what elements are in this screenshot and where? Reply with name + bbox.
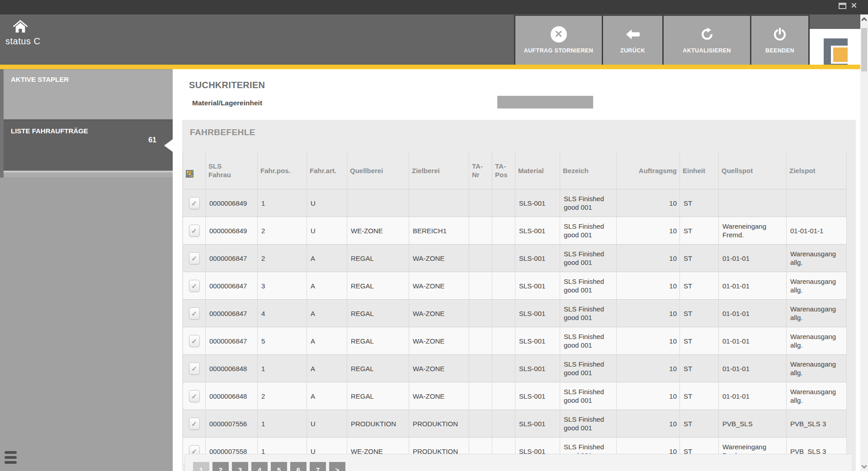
hamburger-menu-icon[interactable] — [5, 451, 17, 466]
cell-fahr-art: U — [307, 217, 347, 245]
cell-auftragsmg: 10 — [617, 327, 680, 355]
table-row[interactable]: ✓00000068492UWE-ZONEBEREICH1SLS-001SLS F… — [183, 217, 847, 245]
column-header-einheit[interactable]: Einheit — [680, 152, 719, 189]
sidebar-item-label: LISTE FAHRAUFTRÄGE — [11, 127, 173, 135]
cell-auftragsmg: 10 — [617, 382, 680, 410]
column-header-fahr-art[interactable]: Fahr.art. — [307, 152, 347, 189]
table-row[interactable]: ✓00000068472AREGALWA-ZONESLS-001SLS Fini… — [183, 245, 847, 272]
exit-button[interactable]: BEENDEN — [751, 16, 808, 65]
grid-icon — [186, 171, 193, 179]
cell-ta-pos — [492, 355, 515, 382]
refresh-button[interactable]: AKTUALISIEREN — [664, 16, 750, 65]
sidebar-item-liste-fahrauftraege[interactable]: LISTE FAHRAUFTRÄGE 61 — [4, 121, 173, 170]
column-header-ta-nr[interactable]: TA- Nr — [469, 152, 492, 189]
active-item-notch — [164, 139, 173, 152]
table-row[interactable]: ✓00000068473AREGALWA-ZONESLS-001SLS Fini… — [183, 272, 847, 300]
row-checkbox[interactable]: ✓ — [189, 252, 200, 264]
app-header: status C ✕ AUFTRAG STORNIEREN ZURÜCK AKT… — [0, 14, 868, 65]
column-header-auftragsmg[interactable]: Auftragsmg — [617, 152, 680, 189]
cell-material: SLS-001 — [515, 300, 560, 327]
row-checkbox[interactable]: ✓ — [189, 307, 200, 320]
column-header-zielberei[interactable]: Zielberei — [409, 152, 469, 189]
scroll-down-icon[interactable] — [861, 463, 867, 469]
cell-quellberei: REGAL — [347, 272, 409, 300]
table-body: ✓00000068491USLS-001SLS Finished good 00… — [183, 189, 847, 465]
page-button-7[interactable]: 7 — [310, 462, 326, 471]
cell-bezeich: SLS Finished good 001 — [560, 189, 617, 217]
page-button-1[interactable]: 1 — [193, 462, 209, 471]
cell-bezeich: SLS Finished good 001 — [560, 355, 617, 382]
back-button[interactable]: ZURÜCK — [603, 16, 662, 65]
row-checkbox[interactable]: ✓ — [189, 335, 200, 347]
cell-zielspot — [787, 189, 847, 217]
cell-quellberei: REGAL — [347, 245, 409, 272]
cell-ta-pos — [492, 327, 515, 355]
cell-bezeich: SLS Finished good 001 — [560, 300, 617, 327]
cell-material: SLS-001 — [515, 272, 560, 300]
column-header-zielspot[interactable]: Zielspot — [787, 152, 847, 189]
row-checkbox[interactable]: ✓ — [189, 280, 200, 292]
cell-zielspot: PVB_SLS 3 — [787, 410, 847, 438]
row-select-cell: ✓ — [183, 382, 206, 410]
page-button-6[interactable]: 6 — [290, 462, 307, 471]
count-badge: 61 — [11, 136, 173, 144]
cell-fahr-art: U — [307, 410, 347, 438]
column-header-fahr-pos[interactable]: Fahr.pos. — [258, 152, 307, 189]
cell-quellberei: WE-ZONE — [347, 217, 409, 245]
row-checkbox[interactable]: ✓ — [189, 225, 200, 237]
arrow-left-icon — [626, 25, 640, 44]
cell-material: SLS-001 — [515, 382, 560, 410]
cell-quellberei: REGAL — [347, 300, 409, 327]
row-checkbox[interactable]: ✓ — [189, 418, 200, 430]
cell-zielspot: Warenausgang allg. — [787, 300, 847, 327]
row-checkbox[interactable]: ✓ — [189, 197, 200, 209]
table-row[interactable]: ✓00000068482AREGALWA-ZONESLS-001SLS Fini… — [183, 382, 847, 410]
column-header-material[interactable]: Material — [515, 152, 560, 189]
logo-orange-square — [833, 47, 848, 62]
cell-einheit: ST — [680, 300, 719, 327]
row-checkbox[interactable]: ✓ — [189, 363, 200, 375]
cell-material: SLS-001 — [515, 327, 560, 355]
column-header-ta-pos[interactable]: TA- Pos — [492, 152, 515, 189]
table-row[interactable]: ✓00000068475AREGALWA-ZONESLS-001SLS Fini… — [183, 327, 847, 355]
cancel-order-button[interactable]: ✕ AUFTRAG STORNIEREN — [515, 16, 602, 65]
page-button-2[interactable]: 2 — [212, 462, 229, 471]
cell-sls-fahrau: 0000007556 — [206, 410, 258, 438]
column-header-bezeich[interactable]: Bezeich — [560, 152, 617, 189]
main-content: SUCHKRITERIEN Material/Lagereinheit FAHR… — [173, 69, 860, 471]
table-row[interactable]: ✓00000068481AREGALWA-ZONESLS-001SLS Fini… — [183, 355, 847, 382]
page-next-button[interactable]: > — [329, 462, 345, 471]
table-row[interactable]: ✓00000075561UPRODUKTIONPRODUKTIONSLS-001… — [183, 410, 847, 438]
column-header-quellberei[interactable]: Quellberei — [347, 152, 409, 189]
cell-ta-pos — [492, 410, 515, 438]
row-checkbox[interactable]: ✓ — [189, 390, 200, 402]
sidebar-item-aktive-stapler[interactable]: AKTIVE STAPLER — [4, 70, 173, 119]
select-column-header[interactable] — [183, 152, 206, 189]
material-lagereinheit-input[interactable] — [497, 96, 593, 108]
column-header-quellspot[interactable]: Quellspot — [719, 152, 787, 189]
cell-bezeich: SLS Finished good 001 — [560, 382, 617, 410]
scroll-up-icon[interactable] — [861, 17, 867, 23]
cell-fahr-art: A — [307, 382, 347, 410]
cell-auftragsmg: 10 — [617, 245, 680, 272]
cell-quellberei: REGAL — [347, 355, 409, 382]
table-row[interactable]: ✓00000068474AREGALWA-ZONESLS-001SLS Fini… — [183, 300, 847, 327]
row-select-cell: ✓ — [183, 327, 206, 355]
page-button-3[interactable]: 3 — [232, 462, 248, 471]
home-button[interactable]: status C — [5, 20, 60, 47]
scrollbar-thumb[interactable] — [861, 28, 867, 71]
cell-zielberei — [409, 189, 469, 217]
restore-icon[interactable] — [839, 3, 846, 9]
exit-label: BEENDEN — [765, 47, 794, 54]
close-icon[interactable]: ✕ — [851, 3, 857, 9]
page-button-4[interactable]: 4 — [251, 462, 268, 471]
search-field-label: Material/Lagereinheit — [192, 99, 262, 107]
row-select-cell: ✓ — [183, 355, 206, 382]
column-header-sls-fahrau[interactable]: SLS Fahrau — [206, 152, 258, 189]
table-row[interactable]: ✓00000068491USLS-001SLS Finished good 00… — [183, 189, 847, 217]
page-button-5[interactable]: 5 — [271, 462, 287, 471]
vertical-scrollbar[interactable] — [860, 14, 868, 471]
window-titlebar: ✕ — [0, 0, 868, 14]
cell-material: SLS-001 — [515, 355, 560, 382]
cell-fahr-art: A — [307, 355, 347, 382]
